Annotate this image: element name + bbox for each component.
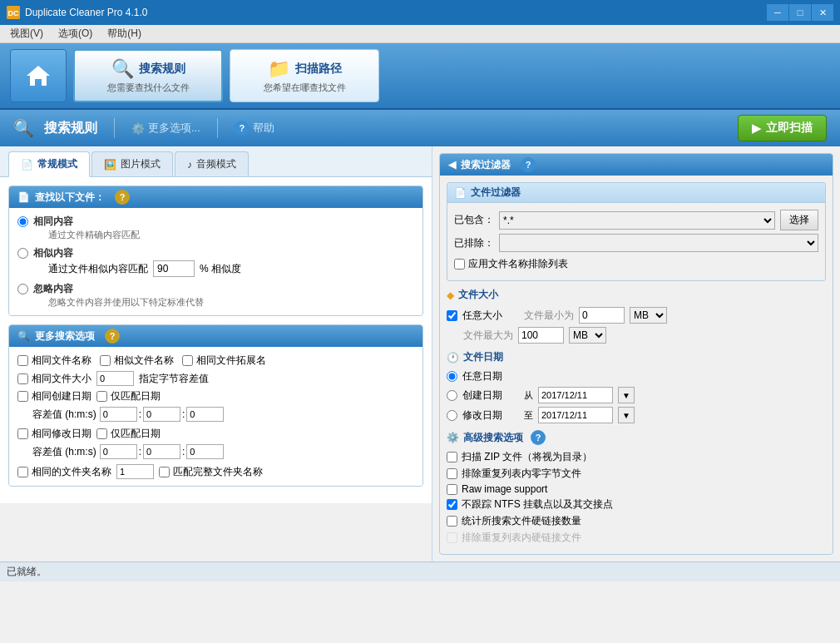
only-date-check2[interactable]: 仅匹配日期 <box>96 427 161 441</box>
raw-image-checkbox[interactable] <box>447 484 457 495</box>
folder-depth-input[interactable] <box>116 464 154 479</box>
scan-zip-check[interactable]: 扫描 ZIP 文件（将视为目录） <box>447 450 826 464</box>
raw-image-check[interactable]: Raw image support <box>447 483 826 495</box>
similar-content-option[interactable]: 相似内容 通过文件相似内容匹配 % 相似度 <box>17 246 414 277</box>
time-m1[interactable] <box>143 407 180 422</box>
normal-tab-label: 常规模式 <box>37 157 77 171</box>
min-size-input[interactable] <box>579 307 625 324</box>
same-size-check[interactable]: 相同文件大小 <box>17 372 91 386</box>
similar-filename-checkbox[interactable] <box>100 355 111 366</box>
any-size-checkbox[interactable] <box>447 310 457 321</box>
same-filename-check[interactable]: 相同文件名称 <box>17 354 91 368</box>
same-modified-checkbox[interactable] <box>17 428 28 439</box>
svg-text:DC: DC <box>8 9 19 17</box>
same-created-check[interactable]: 相同创建日期 <box>17 389 91 403</box>
created-date-input[interactable] <box>538 387 613 403</box>
same-modified-check[interactable]: 相同修改日期 <box>17 427 91 441</box>
scan-path-title: 扫描路径 <box>295 62 342 77</box>
max-size-unit[interactable]: MB KB GB <box>569 327 606 344</box>
scan-now-button[interactable]: ▶ 立即扫描 <box>738 115 827 141</box>
count-hardlinks-check[interactable]: 统计所搜索文件硬链接数量 <box>447 514 826 528</box>
no-ntfs-check[interactable]: 不跟踪 NTFS 挂载点以及其交接点 <box>447 497 826 512</box>
menu-view[interactable]: 视图(V) <box>3 25 50 42</box>
menu-help[interactable]: 帮助(H) <box>101 25 148 42</box>
exclude-zero-checkbox[interactable] <box>447 468 457 479</box>
select-button[interactable]: 选择 <box>780 210 818 230</box>
more-options-help[interactable]: ? <box>105 329 120 344</box>
created-date-option[interactable]: 创建日期 从 ▼ <box>447 387 826 403</box>
time-s1[interactable] <box>186 407 224 422</box>
time-h2[interactable] <box>100 444 137 459</box>
same-created-checkbox[interactable] <box>17 391 28 402</box>
min-size-unit[interactable]: MB KB GB <box>630 307 667 324</box>
time-s2[interactable] <box>186 444 224 459</box>
modified-date-option[interactable]: 修改日期 至 ▼ <box>447 407 826 423</box>
full-folder-checkbox[interactable] <box>159 467 170 477</box>
time-h1[interactable] <box>100 407 137 422</box>
scan-path-button[interactable]: 📁 扫描路径 您希望在哪查找文件 <box>230 49 379 102</box>
time-m2[interactable] <box>143 444 180 459</box>
same-folder-checkbox[interactable] <box>17 467 28 477</box>
ignore-content-option[interactable]: 忽略内容 忽略文件内容并使用以下特定标准代替 <box>17 282 414 309</box>
same-folder-check[interactable]: 相同的文件夹名称 <box>17 465 111 479</box>
same-size-checkbox[interactable] <box>17 373 28 384</box>
similar-content-radio[interactable] <box>17 248 28 259</box>
right-panel: ◀ 搜索过滤器 ? 📄 文件过滤器 已包 <box>432 146 840 561</box>
max-size-input[interactable] <box>518 327 564 344</box>
more-options-header: 🔍 更多搜索选项 ? <box>9 325 422 347</box>
same-content-option[interactable]: 相同内容 通过文件精确内容匹配 <box>17 215 414 241</box>
created-date-picker[interactable]: ▼ <box>618 387 635 403</box>
help-button[interactable]: ? 帮助 <box>235 121 274 136</box>
modified-date-radio[interactable] <box>447 410 457 421</box>
size-tolerance-input[interactable] <box>96 371 134 386</box>
include-select[interactable]: *.* <box>499 211 775 230</box>
search-rules-button[interactable]: 🔍 搜索规则 您需要查找什么文件 <box>73 49 223 102</box>
raw-image-label: Raw image support <box>462 483 547 495</box>
same-ext-checkbox[interactable] <box>182 355 193 366</box>
menu-options[interactable]: 选项(O) <box>52 25 99 42</box>
any-date-option[interactable]: 任意日期 <box>447 369 826 383</box>
only-date-checkbox2[interactable] <box>96 428 107 439</box>
no-ntfs-checkbox[interactable] <box>447 499 457 510</box>
more-options-title: 更多搜索选项 <box>35 329 95 344</box>
count-hardlinks-checkbox[interactable] <box>447 516 457 527</box>
exclude-hardlinks-check[interactable]: 排除重复列表内硬链接文件 <box>447 531 826 545</box>
minimize-button[interactable]: ─ <box>767 4 788 21</box>
file-filter-body: 已包含： *.* 选择 已排除： <box>447 203 825 280</box>
find-files-help[interactable]: ? <box>115 190 130 205</box>
same-ext-check[interactable]: 相同文件拓展名 <box>182 354 266 368</box>
close-button[interactable]: ✕ <box>812 4 833 21</box>
tab-normal[interactable]: 📄 常规模式 <box>8 151 90 177</box>
audio-tab-label: 音频模式 <box>196 157 236 171</box>
exclude-hardlinks-checkbox <box>447 532 457 543</box>
home-button[interactable] <box>10 49 67 102</box>
advanced-help[interactable]: ? <box>531 430 546 445</box>
modified-date-picker[interactable]: ▼ <box>618 407 635 423</box>
modified-date-input[interactable] <box>538 407 613 423</box>
only-date-checkbox1[interactable] <box>96 391 107 402</box>
apply-name-list-check[interactable]: 应用文件名称排除列表 <box>454 257 818 271</box>
exclude-select[interactable] <box>499 234 818 252</box>
search-filter-help[interactable]: ? <box>521 157 536 172</box>
similarity-input[interactable] <box>153 260 195 277</box>
only-date-check1[interactable]: 仅匹配日期 <box>96 389 161 403</box>
scan-path-row: 📁 扫描路径 <box>268 58 342 80</box>
search-rules-title: 搜索规则 <box>139 62 185 77</box>
tab-audio[interactable]: ♪ 音频模式 <box>175 151 249 176</box>
tab-image[interactable]: 🖼️ 图片模式 <box>91 151 173 176</box>
created-date-radio[interactable] <box>447 390 457 401</box>
similar-filename-check[interactable]: 相似文件名称 <box>100 354 174 368</box>
any-date-radio[interactable] <box>447 371 457 382</box>
apply-name-list-checkbox[interactable] <box>454 259 465 270</box>
same-filename-checkbox[interactable] <box>17 355 28 366</box>
scan-zip-checkbox[interactable] <box>447 452 457 462</box>
include-label: 已包含： <box>454 213 494 227</box>
exclude-zero-check[interactable]: 排除重复列表内零字节文件 <box>447 467 826 481</box>
ignore-content-radio[interactable] <box>17 284 28 294</box>
maximize-button[interactable]: □ <box>789 4 811 21</box>
help-icon: ? <box>235 121 250 136</box>
exclude-hardlinks-label: 排除重复列表内硬链接文件 <box>462 531 581 545</box>
full-folder-check[interactable]: 匹配完整文件夹名称 <box>159 465 263 479</box>
more-options-button[interactable]: ⚙️ 更多选项... <box>131 121 200 136</box>
same-content-radio[interactable] <box>17 216 28 227</box>
